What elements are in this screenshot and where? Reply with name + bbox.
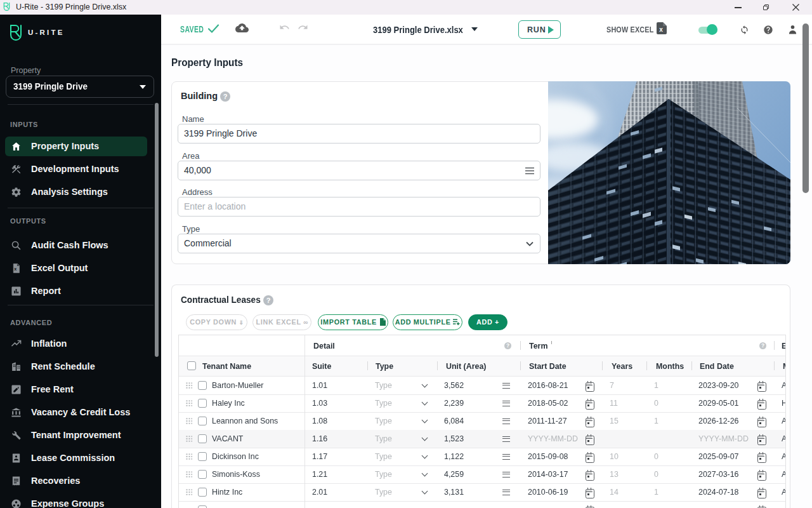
svg-text:x: x [659,26,663,33]
svg-text:x: x [14,267,16,272]
